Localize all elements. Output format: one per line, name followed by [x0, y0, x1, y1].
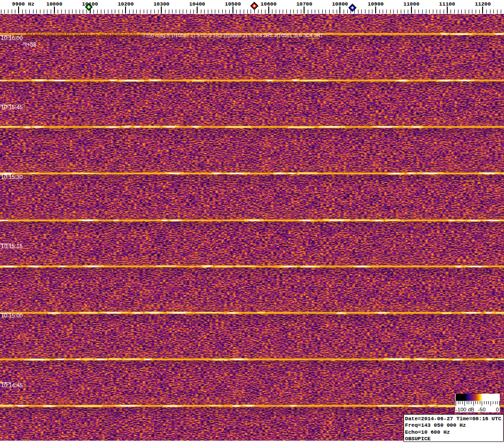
- svg-text:-50: -50: [478, 407, 486, 412]
- svg-text:10600: 10600: [260, 1, 277, 7]
- svg-text:10700: 10700: [296, 1, 312, 7]
- svg-text:Date=2014-06-27 Time=08:16 UTC: Date=2014-06-27 Time=08:16 UTC: [405, 416, 501, 422]
- svg-text:11100: 11100: [439, 1, 455, 7]
- svg-text:10:14:45: 10:14:45: [1, 382, 23, 389]
- svg-text:Freq=143 050 000 Hz: Freq=143 050 000 Hz: [405, 422, 466, 428]
- svg-text:10200: 10200: [118, 1, 134, 7]
- svg-text:^t+58: ^t+58: [23, 41, 37, 48]
- svg-text:10:15:45: 10:15:45: [1, 104, 23, 111]
- svg-text:OBSUPICE: OBSUPICE: [405, 436, 431, 442]
- svg-text:11000: 11000: [404, 1, 420, 7]
- svg-text:10:16:00: 10:16:00: [1, 35, 23, 41]
- svg-text:10:15:15: 10:15:15: [1, 243, 23, 250]
- svg-text:10:15:00: 10:15:00: [1, 312, 23, 319]
- svg-text:10:15:30: 10:15:30: [1, 174, 23, 180]
- svg-text:10800: 10800: [332, 1, 348, 7]
- svg-text:Echo=10 600 Hz: Echo=10 600 Hz: [405, 429, 450, 435]
- svg-text:0: 0: [496, 407, 499, 412]
- svg-text:10900: 10900: [368, 1, 384, 7]
- svg-text:10300: 10300: [153, 1, 170, 7]
- svg-text:11200: 11200: [475, 1, 491, 7]
- svg-text:-100 dB: -100 dB: [456, 407, 475, 412]
- svg-text:10500: 10500: [225, 1, 241, 7]
- svg-text:20140627061338416 hCnt19 nb-80: 20140627061338416 hCnt19 nb-80 f10589 hi…: [26, 33, 323, 38]
- svg-text:9900 Hz: 9900 Hz: [12, 1, 34, 7]
- svg-text:10400: 10400: [189, 1, 206, 7]
- svg-text:10000: 10000: [46, 1, 63, 7]
